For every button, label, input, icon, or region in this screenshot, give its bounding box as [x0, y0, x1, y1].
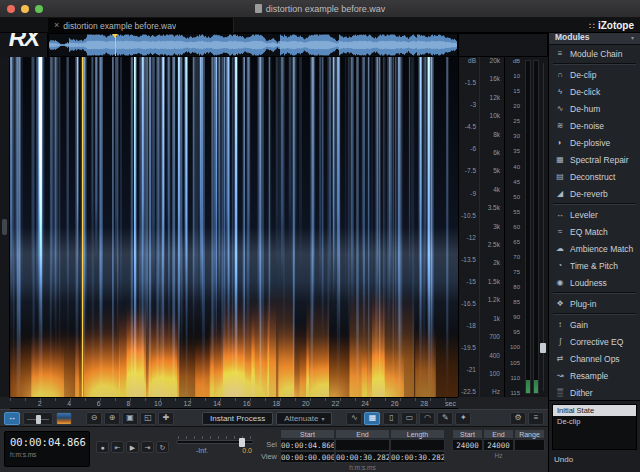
view-group: ↔ [4, 412, 20, 425]
zoom-in-button[interactable]: ⊕ [104, 412, 120, 425]
fit-horizontal-button[interactable]: ↔ [4, 412, 20, 425]
timeline-tick-24: 24 [361, 400, 369, 407]
history-item-de-clip[interactable]: De-clip [553, 416, 636, 427]
module-item-dither[interactable]: ▒Dither [549, 384, 640, 400]
module-item-label: Gain [570, 320, 588, 330]
time-frequency-selection-button[interactable]: ▭ [401, 412, 417, 425]
brush-selection-button[interactable]: ✎ [437, 412, 453, 425]
hand-tool-button[interactable]: ✚ [158, 412, 174, 425]
gain-fader-handle[interactable] [239, 438, 245, 447]
cell-view-start[interactable]: 00:00:00.000 [280, 451, 335, 463]
module-item-resample[interactable]: ↝Resample [549, 367, 640, 384]
module-item-de-hum[interactable]: ∿De-hum [549, 100, 640, 117]
zoom-window-button[interactable] [35, 5, 43, 13]
window-title: distortion example before.wav [266, 4, 386, 14]
timeline-ruler[interactable]: sec 246810121416182022242628 [10, 397, 458, 409]
scale-label-60: 60 [513, 224, 520, 230]
time-display[interactable]: 00:00:04.866 h:m:s.ms [4, 431, 90, 467]
cell-sel-start[interactable]: 00:00:04.866 [280, 439, 335, 451]
waveform-spectrogram-blend-slider[interactable] [23, 412, 53, 425]
module-item-ambience-match[interactable]: ☁Ambience Match [549, 240, 640, 257]
cell-view-end[interactable]: 00:00:30.282 [335, 451, 390, 463]
meter-range-slider[interactable] [540, 343, 546, 353]
waveform-view-button[interactable]: ∿ [346, 412, 362, 425]
scale-label-19-5: -19.5 [461, 345, 476, 352]
scale-label-18: -18 [467, 323, 476, 330]
zoom-out-button[interactable]: ⊖ [86, 412, 102, 425]
playhead[interactable] [82, 57, 83, 397]
history-item-initial-state[interactable]: Initial State [553, 405, 636, 416]
channel-grab-handle[interactable] [2, 219, 7, 235]
scale-label-db: dB [468, 58, 476, 65]
module-group-divider [553, 313, 636, 315]
minimize-window-button[interactable] [21, 5, 29, 13]
overview-waveform[interactable] [48, 33, 458, 57]
time-selection-button[interactable]: ▯ [383, 412, 399, 425]
loop-button[interactable]: ↻ [156, 441, 169, 453]
gain-icon: ↕ [555, 320, 565, 329]
panel-menu-button[interactable]: ≡ [528, 412, 544, 425]
selection-tools-group: ▯▭◠✎✦ [383, 412, 471, 425]
freq-cell-end[interactable]: 24000 [483, 439, 514, 451]
spectrogram-colormap-button[interactable] [56, 412, 72, 425]
cell-sel-length[interactable] [390, 439, 445, 451]
zoom-selection-button[interactable]: ▣ [122, 412, 138, 425]
overview-playhead[interactable] [115, 34, 116, 56]
magic-wand-button[interactable]: ✦ [455, 412, 471, 425]
module-item-de-clip[interactable]: ∩De-clip [549, 66, 640, 83]
zoom-fit-button[interactable]: ◱ [140, 412, 156, 425]
module-item-deconstruct[interactable]: ▤Deconstruct [549, 168, 640, 185]
toolbar-right-group: ⚙≡ [510, 412, 544, 425]
tab-close-icon[interactable]: × [54, 21, 59, 30]
module-item-de-click[interactable]: ϟDe-click [549, 83, 640, 100]
close-window-button[interactable] [7, 5, 15, 13]
module-item-gain[interactable]: ↕Gain [549, 316, 640, 333]
scale-label-3-5k: 3.5k [488, 205, 500, 212]
module-item-de-reverb[interactable]: ◢De-reverb [549, 185, 640, 202]
tab-distortion-example[interactable]: × distortion example before.wav [48, 18, 234, 33]
module-item-de-noise[interactable]: ≋De-noise [549, 117, 640, 134]
eq-match-icon: ≈ [555, 227, 565, 236]
go-to-end-button[interactable]: ⇥ [141, 441, 154, 453]
cell-sel-end[interactable] [335, 439, 390, 451]
module-item-corrective-eq[interactable]: ∫Corrective EQ [549, 333, 640, 350]
gain-fader-track[interactable] [176, 440, 254, 444]
go-to-start-button[interactable]: ⇤ [111, 441, 124, 453]
module-item-eq-match[interactable]: ≈EQ Match [549, 223, 640, 240]
lasso-selection-button[interactable]: ◠ [419, 412, 435, 425]
freq-cell-range[interactable] [514, 439, 545, 451]
blend-slider-thumb[interactable] [36, 415, 41, 424]
spectrogram-view[interactable] [10, 57, 458, 397]
module-item-spectral-repair[interactable]: ▦Spectral Repair [549, 151, 640, 168]
module-item-label: Ambience Match [570, 244, 633, 254]
module-item-leveler[interactable]: ↔Leveler [549, 206, 640, 223]
undo-button[interactable]: Undo [552, 455, 637, 464]
meter-bar-right [533, 60, 539, 394]
output-gain-fader[interactable]: -Inf. 0.0 [176, 436, 254, 466]
module-item-plug-in[interactable]: ❖Plug-in [549, 295, 640, 312]
timeline-tick-18: 18 [272, 400, 280, 407]
cell-view-length[interactable]: 00:00:30.282 [390, 451, 445, 463]
module-item-module-chain[interactable]: ≡Module Chain [549, 45, 640, 62]
freq-column-header-range: Range [514, 429, 545, 439]
play-button[interactable]: ▶ [126, 441, 139, 453]
instant-process-button[interactable]: Instant Process [202, 412, 273, 425]
scale-label-4k: 4k [493, 187, 500, 194]
module-item-de-plosive[interactable]: ◗De-plosive [549, 134, 640, 151]
timeline-tick-20: 20 [302, 400, 310, 407]
display-toggle-group: ∿▦ [346, 412, 380, 425]
module-item-channel-ops[interactable]: ⇄Channel Ops [549, 350, 640, 367]
scale-label-70: 70 [513, 254, 520, 260]
spectrogram-view-button[interactable]: ▦ [364, 412, 380, 425]
scale-label-12k: 12k [490, 95, 500, 102]
scale-label-2-5k: 2.5k [488, 242, 500, 249]
record-button[interactable]: ● [96, 441, 109, 453]
module-item-time-pitch[interactable]: ◔Time & Pitch [549, 257, 640, 274]
freq-cell-start[interactable]: 24000 [452, 439, 483, 451]
attenuate-dropdown[interactable]: Attenuate ▾ [276, 412, 332, 425]
module-item-loudness[interactable]: ◉Loudness [549, 274, 640, 291]
timeline-tick-8: 8 [126, 400, 130, 407]
zoom-out-icon: ⊖ [91, 414, 98, 422]
meter-options-button[interactable]: ⚙ [510, 412, 526, 425]
scale-label-90: 90 [513, 314, 520, 320]
